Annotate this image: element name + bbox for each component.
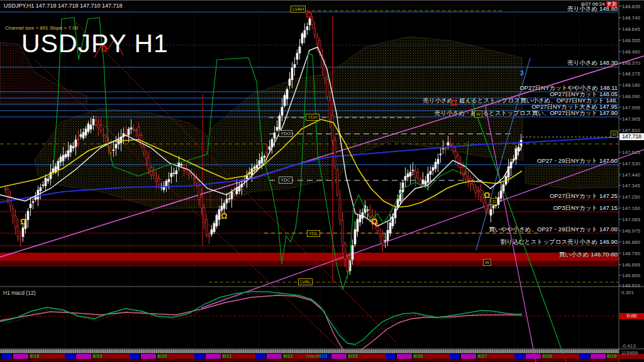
- price-tick: 147.625: [622, 150, 640, 155]
- date-label: 8/25: [348, 353, 358, 359]
- price-tick: 148.645: [622, 26, 640, 32]
- omega-signal-icon: Ω: [484, 190, 490, 200]
- date-label: 8/22: [283, 353, 293, 359]
- price-tick: 148.555: [622, 38, 640, 43]
- level-annotation: 売り小さめ 148.30: [567, 59, 618, 67]
- date-label: 8/19: [92, 353, 103, 359]
- macd-scale-top: 0.301: [621, 290, 634, 295]
- channel-indicator-label: Channel size = 891 Slope = 7.00: [5, 25, 78, 31]
- level-annotation: 買い小さめ 146.70-80: [558, 251, 618, 259]
- omega-signal-icon: Ω: [221, 211, 227, 221]
- price-tick: 147.530: [622, 161, 640, 167]
- pivot-label-ydh: YDH: [306, 114, 319, 121]
- price-tick: 146.790: [622, 251, 640, 256]
- pivot-label-lval: LVAL: [298, 278, 313, 285]
- price-tick: 146.510: [622, 283, 640, 288]
- macd-value-box: 0.00: [619, 313, 644, 319]
- current-price-box: 147.718: [619, 133, 644, 140]
- date-label: 8/26: [413, 353, 423, 359]
- pivot-label-lvah: LVAH: [291, 6, 306, 13]
- price-tick: 146.695: [622, 262, 640, 268]
- price-tick: 148.370: [622, 60, 640, 66]
- price-tick: 146.880: [622, 239, 640, 245]
- price-tick: 148.460: [622, 49, 640, 55]
- level-annotation: OP27・29日NYカット 147.50: [537, 157, 618, 165]
- watermark-symbol-title: USDJPY H1: [21, 29, 169, 58]
- omega-signal-icon: Ω: [450, 98, 457, 107]
- level-annotation: 割り込むとストップロス売り小さめ 146.90: [501, 238, 618, 246]
- price-tick: 148.835: [622, 4, 640, 9]
- pivot-label-ydc: YDC: [279, 177, 292, 184]
- date-label: 8/29: [607, 353, 617, 359]
- level-annotation: 売り小さめ 148.80: [567, 5, 618, 13]
- macd-indicator-label: H1 macd (12): [3, 290, 36, 296]
- price-tick: 147.440: [622, 172, 640, 178]
- pivot-label-ydo: YDO: [279, 130, 292, 137]
- wave-count-label: 3: [520, 70, 524, 77]
- date-label: 8/18: [30, 353, 40, 359]
- level-annotation: 売り小さめ・超えるとストップロス買い、OP27日NYカット 147.90: [435, 109, 618, 118]
- pivot-label-d: D: [611, 131, 618, 138]
- date-label: 8/28: [542, 353, 552, 359]
- price-tick: 148.180: [622, 82, 640, 88]
- price-tick: 147.995: [622, 105, 640, 111]
- price-tick: 148.275: [622, 71, 640, 77]
- omega-signal-icon: Ω: [371, 217, 377, 226]
- level-annotation: 買いやや小さめ、OP27・29日NYカット 147.00: [489, 226, 618, 234]
- price-tick: 147.905: [622, 116, 640, 122]
- level-annotation: OP3日NYカット 147.15: [553, 204, 618, 212]
- chart-window: USDJPY,H1 147.718 147.718 147.710 147.71…: [0, 0, 644, 362]
- date-label: 8/27: [477, 353, 487, 359]
- pivot-label-ydl: YDL: [307, 230, 320, 237]
- price-tick: 146.600: [622, 273, 640, 278]
- price-tick: 146.975: [622, 228, 640, 234]
- axis-corner-value: 115959: [621, 350, 638, 356]
- price-tick: 147.065: [622, 217, 640, 222]
- price-tick: 147.345: [622, 183, 640, 189]
- pivot-label-w: W: [483, 259, 491, 266]
- price-tick: 147.810: [622, 128, 640, 133]
- date-label: 8/20: [157, 353, 167, 359]
- price-tick: 147.250: [622, 194, 640, 200]
- price-tick: 148.090: [622, 94, 640, 99]
- level-annotation: OP27日NYカット 147.25: [550, 192, 618, 200]
- pivot-label-d: D: [491, 198, 497, 205]
- macd-scale-bottom: -0.413: [621, 343, 636, 349]
- omega-signal-icon: Ω: [101, 44, 107, 53]
- date-label: 8/21: [222, 353, 232, 359]
- omega-signal-icon: Ω: [306, 10, 312, 19]
- price-tick: 148.740: [622, 15, 640, 21]
- omega-signal-icon: Ω: [20, 217, 26, 226]
- ribbon-note: macd415: [306, 353, 327, 359]
- price-tick: 147.160: [622, 206, 640, 211]
- pivot-label-w: W: [474, 111, 482, 118]
